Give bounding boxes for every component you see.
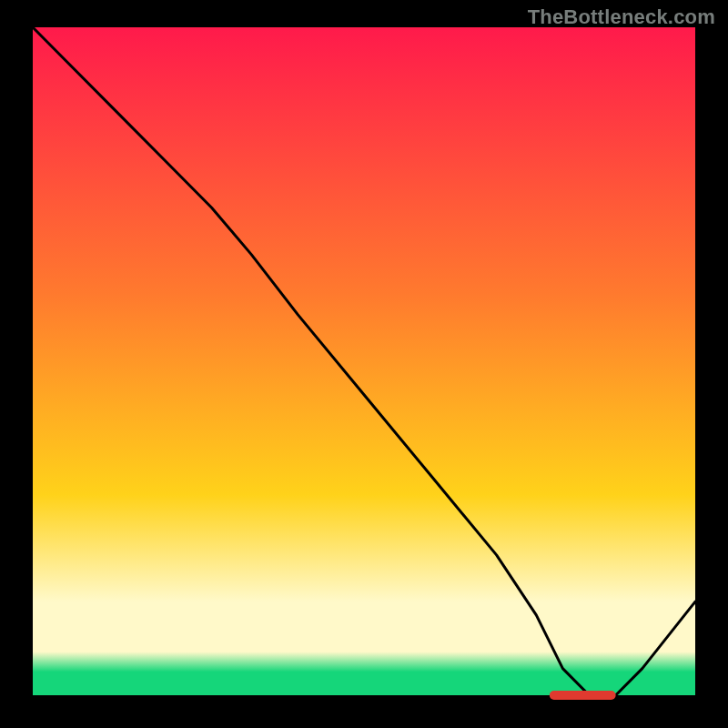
optimum-marker: [550, 691, 616, 700]
watermark-text: TheBottleneck.com: [528, 5, 715, 29]
chart-svg: [0, 0, 728, 728]
chart-container: TheBottleneck.com: [0, 0, 728, 728]
